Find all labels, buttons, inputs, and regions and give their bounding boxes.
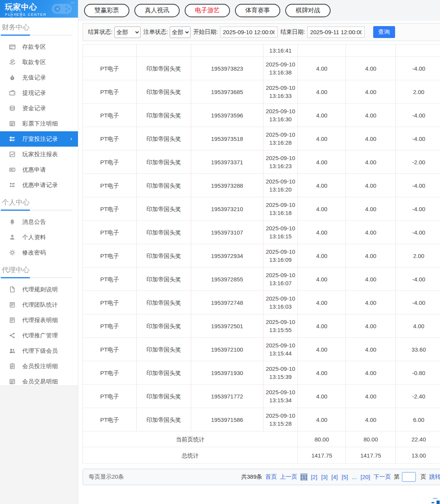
- end-date-input[interactable]: [307, 26, 365, 38]
- win-loss-cell: -4.00: [396, 197, 440, 221]
- game-cell: 印加帝国头奖: [137, 408, 191, 431]
- settle-status-select[interactable]: 全部: [114, 26, 141, 38]
- valid-amount-cell: 4.00: [346, 361, 396, 385]
- sidebar-item-label: 玩家投注报表: [22, 151, 58, 158]
- sidebar-item-label: 资金记录: [22, 105, 46, 112]
- sidebar-item-0-4[interactable]: 资金记录: [0, 101, 78, 116]
- win-loss-cell: 6.00: [396, 408, 440, 431]
- sidebar-item-label: 代理推广管理: [22, 332, 58, 339]
- page-link-3[interactable]: [4]: [331, 473, 338, 481]
- query-button[interactable]: 查询: [373, 26, 395, 38]
- sidebar-item-2-5[interactable]: 会员投注明细: [0, 359, 78, 374]
- sidebar-item-2-6[interactable]: 会员交易明细: [0, 374, 78, 389]
- page-link-6[interactable]: [20]: [360, 473, 371, 481]
- floating-widget-fragment: [433, 498, 437, 499]
- platform-cell: PT电子: [83, 221, 137, 244]
- section-divider: [1, 277, 73, 278]
- sidebar-item-1-1[interactable]: 个人资料: [0, 230, 78, 245]
- sidebar-item-1-0[interactable]: 消息公告: [0, 214, 78, 230]
- sidebar-item-0-6[interactable]: 厅室投注记录›: [0, 131, 78, 147]
- sidebar-item-2-0[interactable]: 代理规则说明: [0, 282, 78, 297]
- game-cell: 印加帝国头奖: [137, 197, 191, 221]
- total-summary-valid: 1417.75: [346, 447, 396, 464]
- win-loss-cell: -4.00: [396, 174, 440, 197]
- platform-cell: PT电子: [83, 361, 137, 385]
- bet-amount-cell: 4.00: [298, 80, 346, 104]
- money-bag-icon: [9, 74, 16, 81]
- sidebar-item-0-2[interactable]: 充值记录: [0, 70, 78, 85]
- valid-amount-cell: 4.00: [346, 221, 396, 244]
- sidebar-item-2-2[interactable]: 代理报表明细: [0, 312, 78, 328]
- main-content: 雙赢彩票真人视讯电子游艺体育赛事棋牌对战 结算状态: 全部 注单状态: 全部 开…: [78, 0, 440, 485]
- tab-1[interactable]: 真人视讯: [134, 4, 180, 17]
- sidebar-item-label: 取款专区: [22, 59, 46, 66]
- sidebar-item-2-1[interactable]: 代理团队统计: [0, 297, 78, 312]
- sidebar: 玩家中心 PLAYERS CENTER 财务中心存款专区取款专区充值记录提现记录…: [0, 0, 78, 504]
- sidebar-item-1-2[interactable]: 修改密码: [0, 245, 78, 260]
- game-cell: 印加帝国头奖: [137, 80, 191, 104]
- sidebar-item-label: 会员投注明细: [22, 363, 58, 370]
- page-link-4[interactable]: [5]: [341, 473, 349, 481]
- sidebar-item-0-5[interactable]: 彩票下注明细: [0, 116, 78, 131]
- users-icon: [9, 347, 16, 354]
- sidebar-item-2-4[interactable]: 代理下级会员: [0, 343, 78, 359]
- report-icon: [9, 301, 16, 308]
- sidebar-item-0-0[interactable]: 存款专区: [0, 39, 78, 55]
- next-page-link[interactable]: 下一页: [374, 473, 391, 481]
- sidebar-item-0-7[interactable]: 玩家投注报表: [0, 147, 78, 162]
- game-cell: 印加帝国头奖: [137, 57, 191, 80]
- bet-time-cell: 2025-09-1013:15:39: [263, 361, 298, 385]
- sidebar-item-label: 代理团队统计: [22, 301, 58, 309]
- order-no-cell: 1953971586: [191, 408, 263, 431]
- valid-amount-cell: 4.00: [346, 268, 396, 291]
- game-cell: 印加帝国头奖: [137, 338, 191, 361]
- page-link-1[interactable]: [2]: [311, 473, 318, 481]
- sidebar-item-2-3[interactable]: 代理推广管理: [0, 328, 78, 343]
- sidebar-item-label: 充值记录: [22, 74, 46, 81]
- bell-icon: [9, 218, 16, 225]
- tab-0[interactable]: 雙赢彩票: [84, 4, 129, 17]
- order-status-select[interactable]: 全部: [170, 26, 190, 38]
- sidebar-section-title: 个人中心: [0, 193, 78, 207]
- win-loss-cell: -4.00: [396, 104, 440, 127]
- bet-amount-cell: 4.00: [298, 57, 346, 80]
- bet-time-cell: 2025-09-1013:15:28: [263, 408, 298, 431]
- order-status-label: 注单状态:: [143, 28, 168, 36]
- sidebar-item-0-8[interactable]: 优惠申请: [0, 162, 78, 177]
- platform-cell: PT电子: [83, 174, 137, 197]
- sidebar-inner: 玩家中心 PLAYERS CENTER 财务中心存款专区取款专区充值记录提现记录…: [0, 0, 78, 386]
- tab-2[interactable]: 电子游艺: [185, 4, 230, 17]
- page-link-5[interactable]: ...: [351, 473, 357, 481]
- order-no-cell: 1953973371: [191, 150, 263, 174]
- sidebar-item-0-9[interactable]: 优惠申请记录: [0, 177, 78, 193]
- table-row: PT电子印加帝国头奖19539729342025-09-1013:16:094.…: [83, 244, 440, 268]
- win-loss-cell: -2.00: [396, 150, 440, 174]
- bet-time-cell: 2025-09-1013:16:03: [263, 291, 298, 314]
- game-category-tabs: 雙赢彩票真人视讯电子游艺体育赛事棋牌对战: [78, 0, 440, 21]
- game-cell: 印加帝国头奖: [137, 314, 191, 338]
- game-cell: 印加帝国头奖: [137, 361, 191, 385]
- page-link-2[interactable]: [3]: [321, 473, 328, 481]
- platform-cell: PT电子: [83, 314, 137, 338]
- tab-3[interactable]: 体育赛事: [235, 4, 280, 17]
- prev-page-link[interactable]: 上一页: [280, 473, 297, 481]
- sidebar-item-0-1[interactable]: 取款专区: [0, 55, 78, 70]
- tab-4[interactable]: 棋牌对战: [285, 4, 331, 17]
- chevron-right-icon: ›: [70, 135, 72, 142]
- jump-page-input[interactable]: [402, 472, 416, 482]
- total-summary-row: 总统计 1417.75 1417.75 13.00: [83, 447, 440, 464]
- page-link-0[interactable]: [1]: [300, 473, 308, 481]
- sidebar-item-0-3[interactable]: 提现记录: [0, 85, 78, 101]
- start-date-input[interactable]: [220, 26, 278, 38]
- table-row: PT电子印加帝国头奖19539738232025-09-1013:16:384.…: [83, 57, 440, 80]
- start-date-label: 开始日期:: [193, 28, 218, 36]
- win-loss-cell: 4.00: [396, 314, 440, 338]
- sidebar-item-label: 代理报表明细: [22, 317, 58, 324]
- page-summary-bet: 80.00: [298, 431, 346, 447]
- first-page-link[interactable]: 首页: [265, 473, 277, 481]
- floating-widget-fragment: [432, 502, 434, 503]
- page-summary-row: 当前页统计 80.00 80.00 22.40: [83, 431, 440, 447]
- jump-link[interactable]: 跳转: [429, 473, 440, 481]
- bet-amount-cell: 4.00: [298, 221, 346, 244]
- page-number-links: [1][2][3][4][5]...[20]: [300, 474, 371, 480]
